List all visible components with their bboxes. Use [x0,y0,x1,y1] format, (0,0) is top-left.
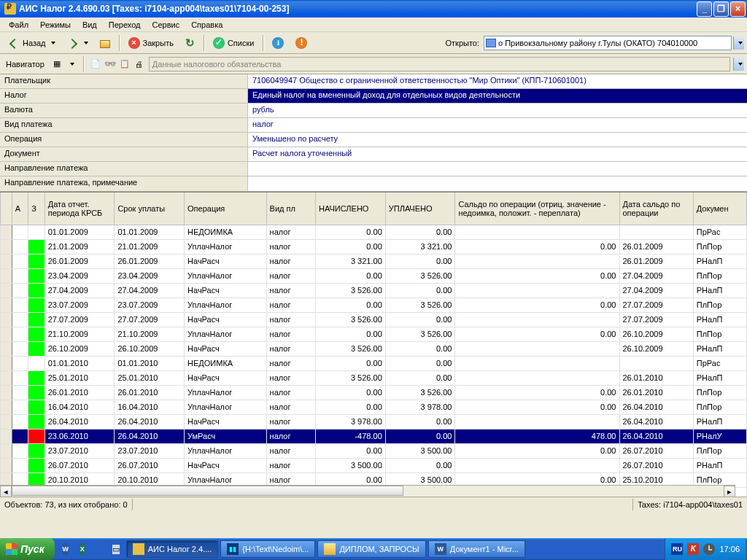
property-value[interactable]: рубль [248,104,747,117]
ql-word-icon[interactable]: W [58,540,74,558]
cell-doc: ПлПор [693,443,746,458]
property-row[interactable]: Направление платежа [0,162,747,176]
cell-paid: 0.00 [385,283,455,298]
property-row[interactable]: ОперацияУменьшено по расчету [0,133,747,147]
ql-desktop-icon[interactable]: ▭ [108,540,124,558]
table-row[interactable]: 23.07.200923.07.2009УплачНалогналог0.003… [1,298,747,312]
data-grid[interactable]: АЗДата отчет. периода КРСБСрок уплатыОпе… [0,192,747,497]
row-header [1,254,12,268]
column-header[interactable]: НАЧИСЛЕНО [316,192,386,225]
clock-tray-icon[interactable] [703,543,715,555]
column-header[interactable]: Операция [185,192,267,225]
open-combo[interactable]: о Привокзальному району г.Тулы (ОКАТО) 7… [484,36,732,50]
cell-period-date: 26.07.2010 [44,458,115,472]
nav-dropdown-icon[interactable] [65,58,78,71]
table-row[interactable]: 26.10.200926.10.2009НачРасчналог3 526.00… [1,341,747,356]
property-value[interactable]: Уменьшено по расчету [248,133,747,147]
menu-go[interactable]: Переход [103,19,147,31]
refresh-button[interactable]: ↻ [180,35,200,51]
table-row[interactable]: 16.04.201016.04.2010УплачНалогналог0.003… [1,400,747,414]
menu-modes[interactable]: Режимы [34,19,77,31]
column-header[interactable]: Срок уплаты [115,192,185,225]
table-row[interactable]: 01.01.200901.01.2009НЕДОИМКАналог0.000.0… [1,225,747,239]
column-header[interactable]: Дата сальдо по операции [619,192,693,225]
column-header[interactable]: УПЛАЧЕНО [385,192,455,225]
property-value[interactable] [248,162,747,176]
cell-saldo [455,283,619,298]
column-header[interactable]: Дата отчет. периода КРСБ [44,192,115,225]
taskbar-task[interactable]: ▮▮{H:\Text\Nedoim\... [220,540,315,558]
scroll-thumb[interactable] [12,486,403,496]
property-value[interactable]: 7106049947 Общество с ограниченной ответ… [248,74,747,88]
up-folder-button[interactable] [95,35,115,51]
table-row[interactable]: 21.01.200921.01.2009УплачНалогналог0.003… [1,239,747,254]
navigator-drop[interactable] [733,58,744,71]
cell-charged: 0.00 [316,327,386,341]
forward-button[interactable] [62,35,93,51]
menu-service[interactable]: Сервис [146,19,185,31]
property-row[interactable]: ДокументРасчет налога уточненный [0,147,747,162]
column-header[interactable]: Вид пл [266,192,316,225]
table-row[interactable]: 23.06.201026.04.2010УмРасчналог-478.000.… [1,429,747,443]
table-row[interactable]: 27.07.200927.07.2009НачРасчналог3 526.00… [1,312,747,327]
info-button[interactable]: i [267,35,289,51]
menu-view[interactable]: Вид [77,19,103,31]
taskbar-task[interactable]: WДокумент1 - Micr... [428,540,525,558]
menu-file[interactable]: Файл [3,19,34,31]
table-row[interactable]: 26.04.201026.04.2010НачРасчналог3 978.00… [1,414,747,429]
table-row[interactable]: 23.07.201023.07.2010УплачНалогналог0.003… [1,443,747,458]
column-header[interactable]: Докумен [693,192,746,225]
start-button[interactable]: Пуск [0,538,55,560]
column-header[interactable]: Сальдо по операции (отриц. значение - не… [455,192,619,225]
table-row[interactable]: 26.01.200926.01.2009НачРасчналог3 321.00… [1,254,747,268]
antivirus-icon[interactable]: K [687,543,699,555]
table-row[interactable]: 26.07.201026.07.2010НачРасчналог3 500.00… [1,458,747,472]
property-row[interactable]: Вид платежаналог [0,118,747,133]
minimize-button[interactable]: _ [697,1,712,17]
horizontal-scrollbar[interactable]: ◂ ▸ [0,485,735,497]
open-combo-drop[interactable] [733,36,744,50]
table-row[interactable]: 25.01.201025.01.2010НачРасчналог3 526.00… [1,370,747,385]
nav-filter-icon[interactable]: 📋 [118,58,131,71]
scroll-left-button[interactable]: ◂ [0,486,12,497]
table-row[interactable]: 26.01.201026.01.2010УплачНалогналог0.003… [1,385,747,400]
nav-grid-icon[interactable]: ▦ [50,58,63,71]
property-row[interactable]: Плательщик7106049947 Общество с ограниче… [0,74,747,89]
nav-print-icon[interactable]: 🖨 [133,58,146,71]
property-value[interactable]: Расчет налога уточненный [248,147,747,161]
warn-button[interactable]: ! [290,35,312,51]
menu-help[interactable]: Справка [185,19,228,31]
property-row[interactable]: НалогЕдиный налог на вмененный доход для… [0,89,747,104]
ql-excel-icon[interactable]: X [74,540,90,558]
property-row[interactable]: Направление платежа, примечание [0,176,747,191]
nav-binoculars-icon[interactable]: 👓 [104,58,117,71]
forward-arrow-icon [67,37,79,49]
back-button[interactable]: Назад [3,35,61,51]
property-row[interactable]: Валютарубль [0,104,747,118]
table-row[interactable]: 23.04.200923.04.2009УплачНалогналог0.003… [1,268,747,283]
ql-ie-icon[interactable] [91,540,107,558]
close-doc-button[interactable]: × Закрыть [123,35,179,51]
cell-type: налог [266,312,316,327]
navigator-input[interactable]: Данные налогового обязательства [149,57,730,71]
lists-button[interactable]: ✓ Списки [208,35,260,51]
column-header[interactable]: А [12,192,28,225]
table-row[interactable]: 01.01.201001.01.2010НЕДОИМКАналог0.000.0… [1,356,747,370]
property-value[interactable]: налог [248,118,747,132]
table-row[interactable]: 21.10.200921.10.2009УплачНалогналог0.003… [1,327,747,341]
taskbar-task[interactable]: АИС Налог 2.4.... [126,540,219,558]
close-window-button[interactable]: × [730,1,746,17]
nav-doc-icon[interactable]: 📄 [89,58,102,71]
column-header[interactable] [1,192,12,225]
scroll-track[interactable] [12,486,724,497]
taskbar-task[interactable]: ДИПЛОМ, ЗАПРОСЫ [317,540,425,558]
table-row[interactable]: 27.04.200927.04.2009НачРасчналог3 526.00… [1,283,747,298]
scroll-right-button[interactable]: ▸ [724,486,735,497]
cell-a [12,443,28,458]
refresh-icon: ↻ [185,37,195,49]
property-value[interactable]: Единый налог на вмененный доход для отде… [248,89,747,103]
restore-button[interactable]: ❐ [713,1,729,17]
column-header[interactable]: З [28,192,45,225]
lang-indicator[interactable]: RU [671,543,683,555]
property-value[interactable] [248,176,747,191]
